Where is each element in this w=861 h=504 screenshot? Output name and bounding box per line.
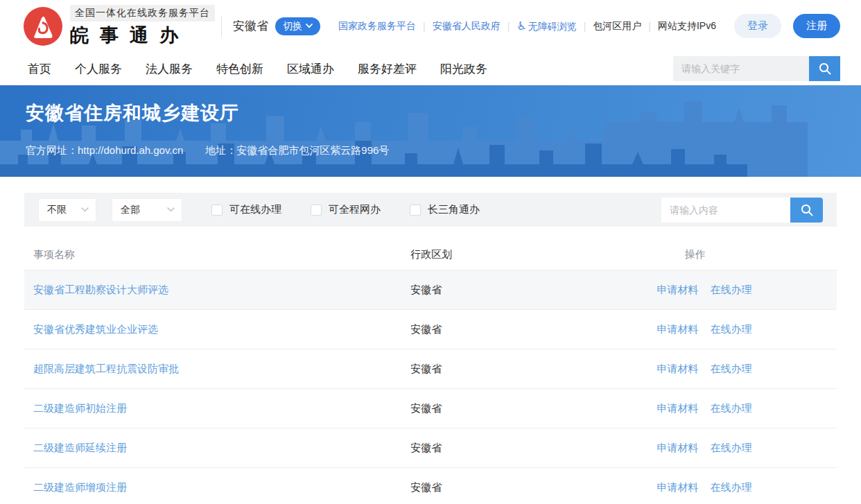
- nav-item-legal[interactable]: 法人服务: [146, 61, 193, 77]
- item-region: 安徽省: [410, 284, 656, 297]
- table-row: 二级建造师增项注册 安徽省 申请材料 在线办理: [24, 467, 837, 504]
- filter-search-input[interactable]: [661, 198, 790, 223]
- checkbox-icon: [311, 205, 322, 216]
- login-button[interactable]: 登录: [734, 14, 781, 38]
- nav-item-home[interactable]: 首页: [28, 61, 51, 77]
- item-region: 安徽省: [410, 481, 656, 494]
- checkbox-label: 可在线办理: [229, 203, 281, 216]
- nav-search: [673, 56, 840, 81]
- chevron-down-icon: [167, 207, 175, 212]
- nav-item-regional[interactable]: 区域通办: [287, 61, 334, 77]
- type-select-value: 全部: [121, 204, 140, 216]
- nav-search-button[interactable]: [809, 56, 840, 81]
- register-button[interactable]: 注册: [793, 14, 840, 38]
- platform-caption: 全国一体化在线政务服务平台: [70, 5, 215, 21]
- table-row: 二级建造师延续注册 安徽省 申请材料 在线办理: [24, 428, 837, 467]
- official-website: 官方网址：http://dohurd.ah.gov.cn: [26, 144, 183, 157]
- online-handle-link[interactable]: 在线办理: [711, 323, 752, 336]
- region-select[interactable]: 不限: [38, 198, 96, 222]
- link-separator: |: [648, 21, 651, 32]
- item-name-link[interactable]: 安徽省优秀建筑业企业评选: [33, 323, 158, 335]
- link-district-user[interactable]: 包河区用户: [593, 20, 641, 33]
- checkbox-icon: [211, 205, 223, 216]
- apply-materials-link[interactable]: 申请材料: [657, 442, 699, 455]
- header-divider: [221, 16, 222, 37]
- department-banner: 安徽省住房和城乡建设厅 官方网址：http://dohurd.ah.gov.cn…: [0, 85, 861, 177]
- link-anhui-gov[interactable]: 安徽省人民政府: [433, 20, 501, 33]
- link-separator: |: [584, 21, 586, 32]
- apply-materials-link[interactable]: 申请材料: [657, 284, 699, 297]
- link-ipv6-support[interactable]: 网站支持IPv6: [658, 20, 716, 33]
- header-item-name: 事项名称: [33, 248, 410, 261]
- department-address: 地址：安徽省合肥市包河区紫云路996号: [205, 144, 389, 157]
- online-handle-link[interactable]: 在线办理: [711, 442, 752, 455]
- apply-materials-link[interactable]: 申请材料: [657, 481, 699, 494]
- filter-bar: 不限 全部 可在线办理 可全程网办 长三角通办: [24, 193, 837, 227]
- site-brand-title: 皖事通办: [70, 23, 217, 48]
- nav-search-input[interactable]: [673, 56, 809, 81]
- service-items-table: 事项名称 行政区划 操作 安徽省工程勘察设计大师评选 安徽省 申请材料 在线办理…: [24, 239, 837, 504]
- link-national-platform[interactable]: 国家政务服务平台: [338, 20, 416, 33]
- checkbox-label: 长三角通办: [428, 203, 480, 216]
- apply-materials-link[interactable]: 申请材料: [657, 402, 699, 415]
- link-accessibility[interactable]: ♿无障碍浏览: [516, 19, 576, 33]
- header-action: 操作: [657, 248, 828, 261]
- search-icon: [800, 203, 814, 217]
- apply-materials-link[interactable]: 申请材料: [657, 323, 699, 336]
- switch-label: 切换: [283, 20, 302, 33]
- apply-materials-link[interactable]: 申请材料: [657, 363, 699, 376]
- item-region: 安徽省: [410, 323, 656, 336]
- main-nav: 首页 个人服务 法人服务 特色创新 区域通办 服务好差评 阳光政务: [0, 52, 861, 85]
- nav-item-personal[interactable]: 个人服务: [75, 61, 122, 77]
- header-region: 行政区划: [410, 248, 656, 261]
- online-handle-link[interactable]: 在线办理: [711, 363, 752, 376]
- accessibility-icon: ♿: [516, 20, 526, 32]
- table-row: 安徽省工程勘察设计大师评选 安徽省 申请材料 在线办理: [24, 270, 837, 309]
- nav-item-sunshine[interactable]: 阳光政务: [440, 61, 487, 77]
- utility-links: 国家政务服务平台 | 安徽省人民政府 | ♿无障碍浏览 | 包河区用户 | 网站…: [338, 19, 716, 33]
- item-name-link[interactable]: 安徽省工程勘察设计大师评选: [33, 284, 168, 295]
- table-row: 安徽省优秀建筑业企业评选 安徽省 申请材料 在线办理: [24, 309, 837, 349]
- online-handle-link[interactable]: 在线办理: [711, 481, 752, 494]
- checkbox-label: 可全程网办: [329, 203, 381, 216]
- nav-item-innovation[interactable]: 特色创新: [216, 61, 263, 77]
- department-info: 官方网址：http://dohurd.ah.gov.cn 地址：安徽省合肥市包河…: [26, 144, 861, 157]
- site-logo-icon: [23, 6, 63, 46]
- type-select[interactable]: 全部: [112, 198, 182, 222]
- nav-item-review[interactable]: 服务好差评: [358, 61, 417, 77]
- item-name-link[interactable]: 二级建造师延续注册: [33, 442, 127, 453]
- department-title: 安徽省住房和城乡建设厅: [26, 101, 861, 125]
- top-bar: 全国一体化在线政务服务平台 皖事通办 安徽省 切换 国家政务服务平台 | 安徽省…: [0, 0, 861, 52]
- logo-text-block: 全国一体化在线政务服务平台 皖事通办: [70, 5, 217, 48]
- filter-search: [661, 198, 823, 223]
- checkbox-yangtze-delta[interactable]: 长三角通办: [410, 203, 480, 216]
- checkbox-full-online[interactable]: 可全程网办: [311, 203, 381, 216]
- item-name-link[interactable]: 超限高层建筑工程抗震设防审批: [33, 363, 179, 374]
- table-row: 超限高层建筑工程抗震设防审批 安徽省 申请材料 在线办理: [24, 349, 837, 388]
- item-name-link[interactable]: 二级建造师增项注册: [33, 481, 127, 493]
- chevron-down-icon: [306, 24, 313, 28]
- online-handle-link[interactable]: 在线办理: [711, 284, 752, 297]
- item-region: 安徽省: [410, 402, 656, 415]
- banner-content: 安徽省住房和城乡建设厅 官方网址：http://dohurd.ah.gov.cn…: [0, 85, 861, 157]
- table-header: 事项名称 行政区划 操作: [24, 239, 837, 270]
- search-icon: [818, 62, 832, 76]
- checkbox-icon: [410, 205, 421, 216]
- chevron-down-icon: [81, 207, 89, 212]
- current-region-label: 安徽省: [233, 18, 268, 34]
- accessibility-label: 无障碍浏览: [528, 21, 577, 32]
- region-select-value: 不限: [47, 204, 67, 216]
- region-switch-button[interactable]: 切换: [275, 17, 320, 35]
- checkbox-online-handling[interactable]: 可在线办理: [211, 203, 281, 216]
- link-separator: |: [423, 21, 426, 32]
- filter-search-button[interactable]: [790, 198, 823, 223]
- link-separator: |: [507, 21, 510, 32]
- online-handle-link[interactable]: 在线办理: [711, 402, 752, 415]
- item-name-link[interactable]: 二级建造师初始注册: [33, 402, 127, 414]
- table-row: 二级建造师初始注册 安徽省 申请材料 在线办理: [24, 388, 837, 428]
- item-region: 安徽省: [410, 363, 656, 376]
- item-region: 安徽省: [410, 442, 656, 455]
- main-content: 不限 全部 可在线办理 可全程网办 长三角通办: [0, 193, 861, 504]
